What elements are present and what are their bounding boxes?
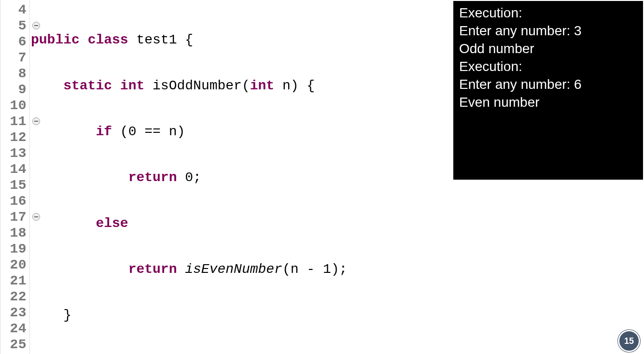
line-number: 17 (0, 209, 29, 225)
line-number: 23 (0, 305, 29, 321)
line-number: 9 (0, 82, 29, 98)
line-number: 15 (0, 177, 29, 193)
output-line: Even number (459, 93, 637, 111)
code-line: return isEvenNumber(n - 1); (31, 261, 644, 277)
output-line: Odd number (459, 40, 637, 57)
line-number: 18 (0, 225, 29, 241)
line-number: 10 (0, 98, 29, 113)
line-number: 5 (0, 18, 29, 34)
line-number: 11 (0, 113, 29, 129)
page-number-badge: 15 (618, 330, 640, 352)
line-number: 19 (0, 241, 29, 257)
code-line: } (31, 307, 644, 323)
code-line: else (31, 215, 644, 231)
line-number: 14 (0, 161, 29, 177)
line-number: 6 (0, 34, 29, 50)
output-line: Enter any number: 3 (459, 22, 637, 40)
line-number: 13 (0, 145, 29, 161)
output-line: Execution: (459, 57, 637, 75)
line-number: 16 (0, 193, 29, 209)
line-number-gutter: 4 5 6 7 8 9 10 11 12 13 14 15 16 17 18 1… (0, 0, 30, 354)
line-number: 7 (0, 50, 29, 66)
execution-output-box: Execution: Enter any number: 3 Odd numbe… (453, 1, 643, 180)
line-number: 4 (0, 2, 29, 18)
line-number: 21 (0, 273, 29, 289)
output-line: Execution: (459, 4, 637, 22)
line-number: 25 (0, 337, 29, 353)
line-number: 22 (0, 289, 29, 305)
line-number: 8 (0, 66, 29, 82)
line-number: 24 (0, 321, 29, 337)
output-line: Enter any number: 6 (459, 75, 637, 93)
line-number: 20 (0, 257, 29, 273)
line-number: 12 (0, 129, 29, 145)
